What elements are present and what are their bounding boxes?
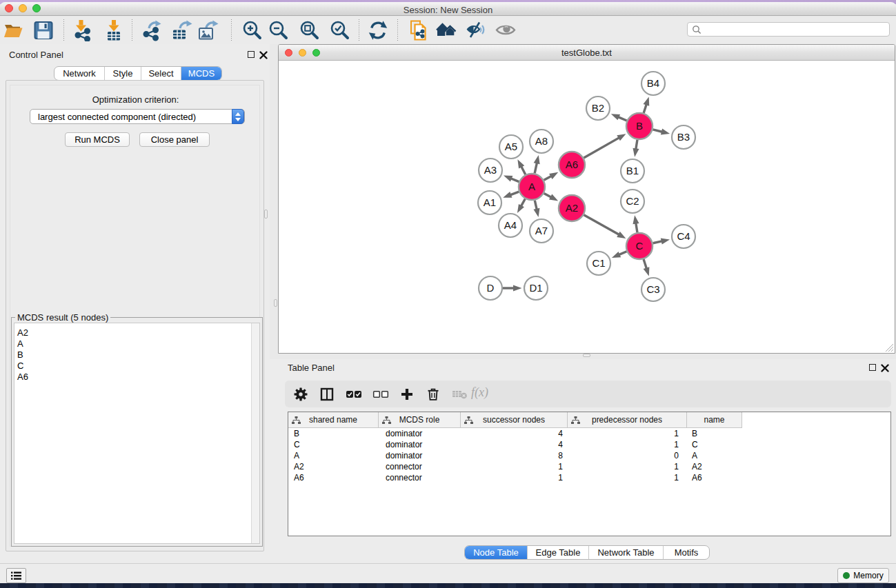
result-item-a2[interactable]: A2 [14,327,259,338]
graph-edge-C-C3[interactable] [644,259,647,269]
close-panel-icon[interactable] [259,51,268,59]
graph-edge-A2-C[interactable] [584,215,619,235]
float-table-panel-icon[interactable] [869,364,876,371]
add-column-icon[interactable] [400,387,414,401]
graph-node-label-A8: A8 [535,135,548,147]
hide-selected-icon[interactable] [466,19,488,41]
tab-select[interactable]: Select [141,67,181,80]
memory-button[interactable]: Memory [837,568,889,583]
zoom-fit-icon[interactable] [299,19,321,41]
run-mcds-button[interactable]: Run MCDS [65,132,130,147]
graph-edge-B-B3[interactable] [653,130,663,132]
graph-edge-A-A8[interactable] [535,162,537,173]
table-row-a2[interactable]: A2connector11A2 [288,462,743,473]
float-panel-icon[interactable] [248,51,255,58]
optimization-criterion-dropdown[interactable]: largest connected component (directed) [30,109,245,124]
show-all-icon[interactable] [495,19,517,41]
graph-edge-A-A7[interactable] [535,201,537,210]
toolbar-separator [231,19,232,42]
table-cell: 1 [568,440,687,451]
delete-column-icon[interactable] [426,387,440,401]
graph-edge-C-C4[interactable] [653,241,663,243]
tab-node-table[interactable]: Node Table [465,546,528,559]
graph-edge-arrow [517,159,524,168]
graph-edge-A-A3[interactable] [510,179,519,182]
zoom-in-icon[interactable] [241,19,263,41]
graph-edge-A-A5[interactable] [521,166,526,175]
column-header-name[interactable]: name [687,412,742,427]
graph-edge-B-B4[interactable] [644,104,646,113]
import-table-icon[interactable] [103,19,125,41]
toolbar-separator [132,19,132,42]
table-panel: Table Panel [270,359,896,563]
result-item-b[interactable]: B [14,349,259,361]
graph-node-label-A1: A1 [484,196,496,208]
horizontal-splitter-handle[interactable] [583,354,590,357]
column-header-successor-nodes[interactable]: successor nodes [461,412,568,427]
table-row-c[interactable]: Cdominator41C [288,440,743,451]
first-neighbors-icon[interactable] [435,19,457,41]
graph-edge-arrow [633,215,639,224]
graph-edge-A6-B[interactable] [584,137,619,158]
save-session-icon[interactable] [32,19,54,41]
result-item-a[interactable]: A [14,338,259,349]
table-row-b[interactable]: Bdominator41B [288,429,743,440]
graph-edge-B-B2[interactable] [617,116,626,121]
export-table-icon[interactable] [170,19,192,41]
resize-grip-icon[interactable] [885,343,894,352]
tab-style[interactable]: Style [105,67,141,80]
toolbar-separator [397,19,398,42]
graph-node-label-A6: A6 [566,159,578,170]
tab-motifs[interactable]: Motifs [664,546,709,559]
network-window-titlebar[interactable]: testGlobe.txt [279,45,895,61]
network-canvas[interactable]: B4B2BB3B1A5A8A6A3AA1C2A4A7A2C4CC1C3DD1 [279,61,895,353]
graph-edge-A-A1[interactable] [510,192,519,195]
network-from-selection-icon[interactable] [408,19,430,41]
result-list-scrollbar[interactable] [251,323,259,543]
settings-icon[interactable] [294,387,308,401]
table-cell: C [288,440,379,451]
delete-table-icon[interactable] [452,387,466,401]
split-view-icon[interactable] [320,387,334,401]
export-image-icon[interactable] [197,19,219,41]
memory-label: Memory [853,571,883,580]
table-row-a6[interactable]: A6connector11A6 [288,473,743,484]
graph-edge-arrow [661,129,670,135]
search-box[interactable] [687,22,890,37]
open-file-icon[interactable] [2,19,24,41]
graph-edge-B-B1[interactable] [636,140,637,150]
tab-network[interactable]: Network [54,67,105,80]
graph-edge-C-C2[interactable] [636,223,637,233]
vertical-splitter-handle[interactable] [264,210,268,219]
mcds-panel: Optimization criterion: largest connecte… [6,80,264,551]
tab-network-table[interactable]: Network Table [589,546,664,559]
graph-edge-arrow [611,114,620,120]
select-all-icon[interactable] [346,387,359,401]
tab-edge-table[interactable]: Edge Table [528,546,589,559]
export-network-icon[interactable] [141,19,163,41]
table-cell: A6 [288,473,379,484]
network-splitter-handle[interactable] [274,299,277,307]
graph-edge-arrow [549,172,558,179]
function-builder-icon[interactable]: f(x) [471,385,488,400]
close-panel-button[interactable]: Close panel [139,132,210,147]
column-header-predecessor-nodes[interactable]: predecessor nodes [568,412,687,427]
result-item-c[interactable]: C [14,361,259,372]
close-table-panel-icon[interactable] [881,364,889,372]
refresh-icon[interactable] [367,19,389,41]
import-network-icon[interactable] [71,19,93,41]
zoom-out-icon[interactable] [268,19,290,41]
search-input[interactable] [704,23,884,35]
table-cell: 4 [461,429,568,440]
mcds-result-list: A2ABCA6 [14,323,260,544]
table-cell: A6 [687,473,742,484]
column-header-mcds-role[interactable]: MCDS role [379,412,461,427]
column-header-shared-name[interactable]: shared name [288,412,379,427]
task-history-button[interactable] [6,568,26,583]
deselect-all-icon[interactable] [372,387,386,401]
table-row-a[interactable]: Adominator80A [288,451,743,462]
result-item-a6[interactable]: A6 [14,372,259,383]
tab-mcds[interactable]: MCDS [181,67,221,80]
graph-edge-arrow [633,148,639,157]
zoom-selected-icon[interactable] [329,19,351,41]
